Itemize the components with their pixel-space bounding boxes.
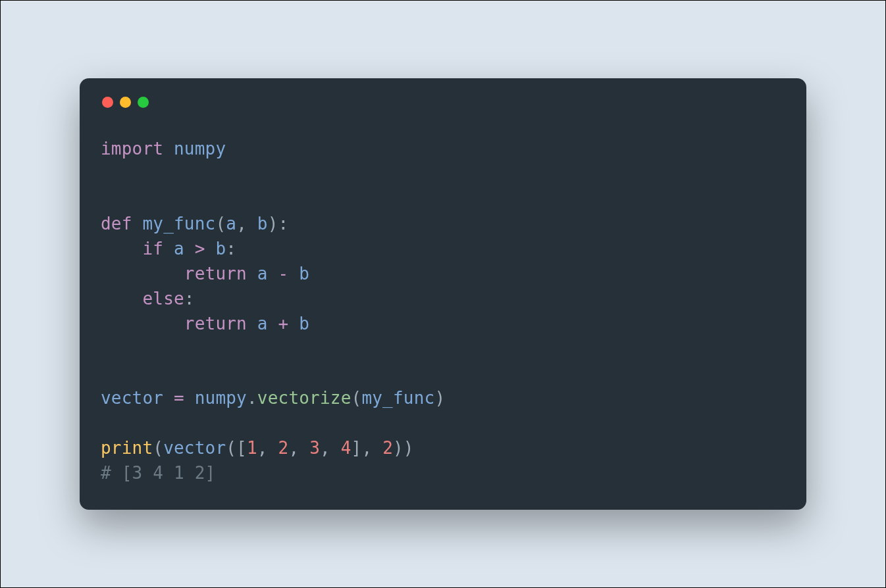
colon: : (184, 289, 195, 308)
comma: , (257, 438, 268, 458)
operator: = (174, 388, 184, 408)
operator: + (278, 314, 289, 333)
colon: : (226, 239, 236, 258)
keyword-import: import (101, 139, 163, 159)
paren: ): (268, 214, 289, 233)
function-name: my_func (142, 214, 215, 233)
keyword-if: if (142, 239, 163, 258)
number: 4 (341, 438, 352, 458)
number: 1 (247, 438, 257, 458)
module-name: numpy (174, 139, 226, 159)
minimize-icon (120, 97, 131, 108)
dot: . (247, 388, 257, 408)
variable: b (215, 239, 226, 258)
paren: ( (352, 388, 362, 408)
param: a (226, 214, 236, 233)
variable: a (257, 264, 268, 283)
paren: ([ (226, 438, 247, 458)
close-icon (102, 97, 113, 108)
bracket: ], (352, 438, 373, 458)
builtin-call: print (101, 438, 153, 458)
variable: a (257, 314, 268, 333)
comma: , (320, 438, 330, 458)
variable: vector (163, 438, 226, 458)
code-block: import numpy def my_func(a, b): if a > b… (101, 137, 785, 486)
variable: vector (101, 388, 163, 408)
number: 2 (278, 438, 289, 458)
paren: ( (215, 214, 226, 233)
keyword-return: return (184, 314, 247, 333)
param: b (257, 214, 268, 233)
argument: my_func (361, 388, 434, 408)
module-ref: numpy (195, 388, 247, 408)
operator: > (195, 239, 205, 258)
paren: ( (153, 438, 163, 458)
comma: , (288, 438, 299, 458)
keyword-def: def (101, 214, 132, 233)
maximize-icon (138, 97, 149, 108)
comment: # [3 4 1 2] (101, 463, 215, 483)
number: 2 (382, 438, 393, 458)
code-window: import numpy def my_func(a, b): if a > b… (80, 78, 806, 510)
paren: )) (393, 438, 414, 458)
variable: a (174, 239, 184, 258)
keyword-return: return (184, 264, 247, 283)
variable: b (299, 314, 309, 333)
method-name: vectorize (257, 388, 352, 408)
keyword-else: else (142, 289, 184, 308)
variable: b (299, 264, 309, 283)
number: 3 (309, 438, 320, 458)
comma: , (236, 214, 247, 233)
paren: ) (434, 388, 445, 408)
traffic-lights (102, 97, 785, 108)
operator: - (278, 264, 289, 283)
